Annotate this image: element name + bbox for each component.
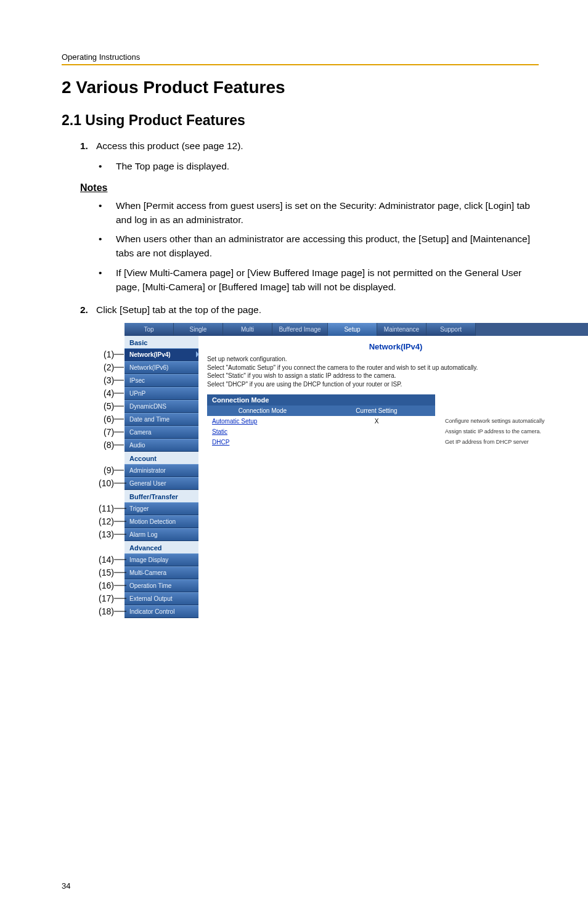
sidebar-item-network-ipv6-[interactable]: Network(IPv6) <box>125 361 198 374</box>
mode-link[interactable]: DHCP <box>212 439 229 446</box>
running-header: Operating Instructions <box>62 52 539 65</box>
callout-13: (13) <box>99 529 114 539</box>
sidebar-category: Buffer/Transfer <box>125 490 198 502</box>
sidebar-item-upnp[interactable]: UPnP <box>125 387 198 400</box>
sidebar-item-ipsec[interactable]: IPsec <box>125 374 198 387</box>
callout-12: (12) <box>99 516 114 526</box>
sidebar-category: Account <box>125 452 198 464</box>
sidebar-item-dynamicdns[interactable]: DynamicDNS <box>125 400 198 413</box>
current-cell <box>318 426 435 437</box>
screenshot: (1)(2)(3)(4)(5)(6)(7)(8)(9)(10)(11)(12)(… <box>125 323 588 618</box>
sidebar-item-indicator-control[interactable]: Indicator Control <box>125 605 198 618</box>
sidebar-item-date-and-time[interactable]: Date and Time <box>125 413 198 426</box>
sidebar-item-trigger[interactable]: Trigger <box>125 502 198 515</box>
content-title: Network(IPv4) <box>207 342 584 351</box>
tab-bar: TopSingleMultiBuffered ImageSetupMainten… <box>125 323 588 336</box>
connection-mode-heading: Connection Mode <box>207 394 435 406</box>
sidebar-item-camera[interactable]: Camera <box>125 426 198 439</box>
bullet: • <box>99 232 116 261</box>
current-cell: X <box>318 416 435 426</box>
step-number: 1. <box>80 139 96 153</box>
mode-note: Configure network settings automatically <box>435 416 550 426</box>
sidebar-item-multi-camera[interactable]: Multi-Camera <box>125 566 198 579</box>
sidebar-item-alarm-log[interactable]: Alarm Log <box>125 528 198 541</box>
callout-1: (1) <box>104 349 114 359</box>
sidebar-item-image-display[interactable]: Image Display <box>125 553 198 566</box>
th-mode: Connection Mode <box>207 406 318 416</box>
mode-note: Get IP address from DHCP server <box>435 437 550 447</box>
current-cell <box>318 437 435 447</box>
callout-16: (16) <box>99 581 114 590</box>
notes-heading: Notes <box>80 182 539 194</box>
note-text: If [View Multi-Camera page] or [View Buf… <box>116 266 539 295</box>
bullet-text: The Top page is displayed. <box>116 159 229 173</box>
bullet: • <box>99 198 116 227</box>
callout-5: (5) <box>104 401 114 411</box>
step-text: Access this product (see page 12). <box>96 139 243 153</box>
sidebar-item-audio[interactable]: Audio <box>125 439 198 452</box>
section-title: 2.1 Using Product Features <box>62 112 539 129</box>
connection-mode-table: Connection Mode Current Setting Automati… <box>207 406 550 447</box>
content-description: Set up network configuration.Select "Aut… <box>207 355 584 388</box>
note-text: When users other than an administrator a… <box>116 232 539 261</box>
callout-10: (10) <box>99 478 114 488</box>
callout-3: (3) <box>104 375 114 385</box>
sidebar-item-external-output[interactable]: External Output <box>125 592 198 605</box>
chapter-title: 2 Various Product Features <box>62 78 539 97</box>
th-current: Current Setting <box>318 406 435 416</box>
tab-multi[interactable]: Multi <box>223 323 272 336</box>
tab-maintenance[interactable]: Maintenance <box>377 323 427 336</box>
sidebar: BasicNetwork(IPv4)Network(IPv6)IPsecUPnP… <box>125 336 198 618</box>
sidebar-item-network-ipv4-[interactable]: Network(IPv4) <box>125 348 198 361</box>
step-number: 2. <box>80 303 96 317</box>
sidebar-item-operation-time[interactable]: Operation Time <box>125 579 198 592</box>
tab-buffered-image[interactable]: Buffered Image <box>272 323 328 336</box>
callout-14: (14) <box>99 555 114 565</box>
callout-11: (11) <box>99 503 114 513</box>
sidebar-item-general-user[interactable]: General User <box>125 477 198 490</box>
callout-6: (6) <box>104 414 114 424</box>
callout-8: (8) <box>104 440 114 450</box>
tab-top[interactable]: Top <box>125 323 174 336</box>
step-text: Click [Setup] tab at the top of the page… <box>96 303 261 317</box>
callout-17: (17) <box>99 593 114 603</box>
callout-2: (2) <box>104 362 114 372</box>
sidebar-item-motion-detection[interactable]: Motion Detection <box>125 515 198 528</box>
tab-support[interactable]: Support <box>427 323 476 336</box>
mode-note: Assign static IP address to the camera. <box>435 426 550 437</box>
bullet: • <box>99 266 116 295</box>
sidebar-category: Basic <box>125 336 198 348</box>
note-text: When [Permit access from guest users] is… <box>116 198 539 227</box>
content-panel: Network(IPv4) Set up network configurati… <box>198 336 588 618</box>
mode-link[interactable]: Automatic Setup <box>212 418 257 425</box>
sidebar-item-administrator[interactable]: Administrator <box>125 464 198 477</box>
callout-9: (9) <box>104 465 114 475</box>
callout-7: (7) <box>104 427 114 437</box>
callout-18: (18) <box>99 606 114 616</box>
bullet: • <box>99 159 116 173</box>
callout-15: (15) <box>99 568 114 577</box>
callout-4: (4) <box>104 388 114 398</box>
sidebar-category: Advanced <box>125 541 198 553</box>
tab-setup[interactable]: Setup <box>328 323 377 336</box>
mode-link[interactable]: Static <box>212 428 227 435</box>
tab-single[interactable]: Single <box>174 323 223 336</box>
